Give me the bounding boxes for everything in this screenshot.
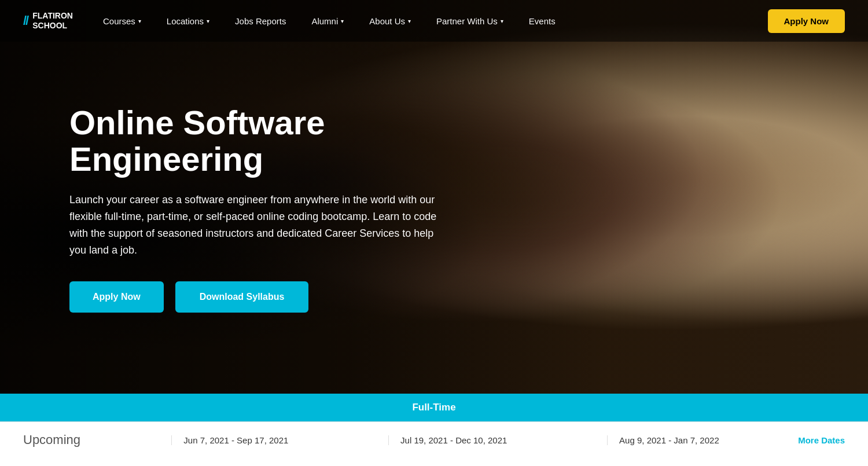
nav-item-alumni[interactable]: Alumni ▾: [299, 0, 356, 42]
chevron-down-icon: ▾: [341, 18, 344, 24]
dates-items: Jun 7, 2021 - Sep 17, 2021 Jul 19, 2021 …: [127, 435, 775, 445]
chevron-down-icon: ▾: [408, 18, 411, 24]
chevron-down-icon: ▾: [501, 18, 503, 24]
hero-apply-button[interactable]: Apply Now: [69, 281, 164, 313]
hero-syllabus-button[interactable]: Download Syllabus: [175, 281, 309, 313]
full-time-bar: Full-Time: [0, 394, 868, 421]
hero-content: Online Software Engineering Launch your …: [0, 104, 521, 313]
upcoming-label: Upcoming: [0, 432, 127, 447]
hero-buttons: Apply Now Download Syllabus: [69, 281, 451, 313]
nav-item-locations[interactable]: Locations ▾: [154, 0, 222, 42]
more-dates-link[interactable]: More Dates: [775, 435, 868, 445]
schedule-section: Full-Time Upcoming Jun 7, 2021 - Sep 17,…: [0, 394, 868, 458]
date-item-2: Jul 19, 2021 - Dec 10, 2021: [388, 435, 518, 445]
chevron-down-icon: ▾: [138, 18, 141, 24]
nav-apply-button[interactable]: Apply Now: [768, 9, 845, 33]
hero-section: Online Software Engineering Launch your …: [0, 0, 868, 394]
nav-links: Courses ▾ Locations ▾ Jobs Reports Alumn…: [90, 0, 762, 42]
dates-row: Upcoming Jun 7, 2021 - Sep 17, 2021 Jul …: [0, 421, 868, 458]
date-item-3: Aug 9, 2021 - Jan 7, 2022: [607, 435, 731, 445]
chevron-down-icon: ▾: [207, 18, 209, 24]
date-item-1: Jun 7, 2021 - Sep 17, 2021: [171, 435, 300, 445]
hero-subtitle: Launch your career as a software enginee…: [69, 192, 451, 258]
nav-item-jobs-reports[interactable]: Jobs Reports: [222, 0, 299, 42]
logo-slashes: //: [23, 13, 28, 28]
nav-item-events[interactable]: Events: [516, 0, 568, 42]
navbar: // FLATIRON SCHOOL Courses ▾ Locations ▾…: [0, 0, 868, 42]
logo-text: FLATIRON SCHOOL: [32, 11, 73, 31]
nav-item-partner-with-us[interactable]: Partner With Us ▾: [424, 0, 516, 42]
nav-item-about-us[interactable]: About Us ▾: [356, 0, 424, 42]
logo[interactable]: // FLATIRON SCHOOL: [23, 11, 73, 31]
nav-item-courses[interactable]: Courses ▾: [90, 0, 154, 42]
hero-title: Online Software Engineering: [69, 104, 451, 178]
